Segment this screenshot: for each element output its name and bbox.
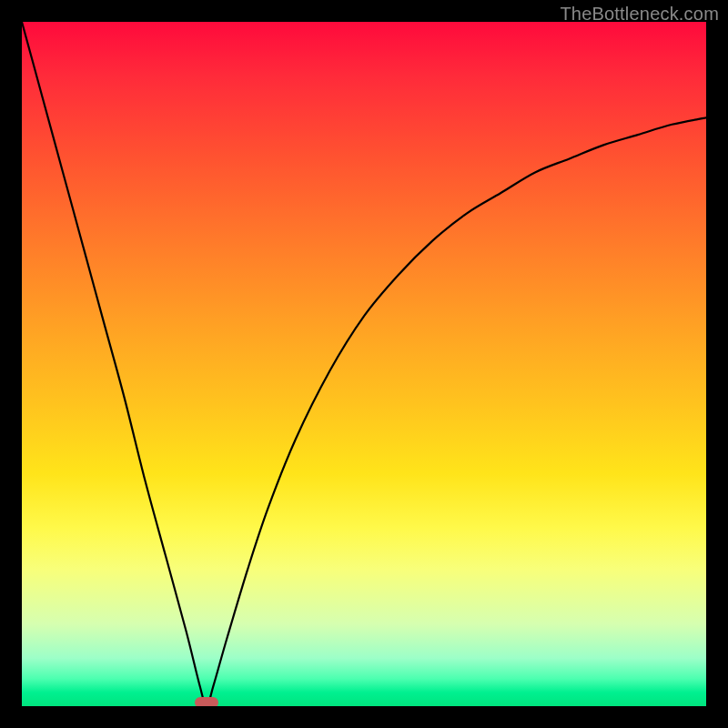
chart-frame: TheBottleneck.com	[0, 0, 728, 728]
watermark-text: TheBottleneck.com	[560, 4, 719, 25]
minimum-marker	[195, 697, 218, 706]
bottleneck-curve	[22, 22, 706, 706]
plot-area	[22, 22, 706, 706]
